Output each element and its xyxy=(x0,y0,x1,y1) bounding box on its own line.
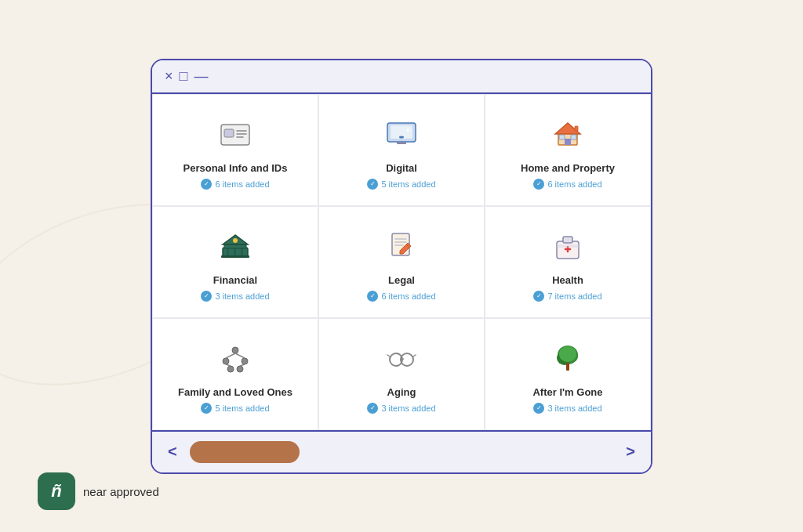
check-icon: ✓ xyxy=(201,291,212,302)
grid-cell-legal[interactable]: Legal ✓ 6 items added xyxy=(318,206,485,318)
close-icon[interactable]: × xyxy=(165,68,173,85)
health-status: ✓ 7 items added xyxy=(533,291,601,302)
network-icon xyxy=(215,338,256,378)
tree-icon xyxy=(547,338,588,378)
svg-rect-23 xyxy=(241,248,243,255)
grid-cell-after-gone[interactable]: After I'm Gone ✓ 3 items added xyxy=(485,318,651,430)
check-icon: ✓ xyxy=(201,403,212,414)
after-gone-status: ✓ 3 items added xyxy=(533,403,601,414)
check-icon: ✓ xyxy=(367,291,378,302)
svg-rect-21 xyxy=(227,248,229,255)
category-grid: Personal Info and IDs ✓ 6 items added Di… xyxy=(152,94,651,430)
progress-track xyxy=(190,441,300,463)
medical-kit-icon xyxy=(547,226,588,266)
svg-rect-8 xyxy=(397,142,406,144)
check-icon: ✓ xyxy=(533,291,544,302)
check-icon: ✓ xyxy=(201,179,212,190)
logo-icon: ñ xyxy=(38,472,75,510)
svg-line-43 xyxy=(387,355,390,356)
check-icon: ✓ xyxy=(367,179,378,190)
minimize-icon[interactable]: — xyxy=(194,68,208,85)
health-title: Health xyxy=(552,274,583,286)
svg-rect-29 xyxy=(563,237,572,243)
glasses-icon xyxy=(381,338,422,378)
id-card-icon xyxy=(215,114,256,154)
digital-title: Digital xyxy=(386,162,417,174)
svg-rect-13 xyxy=(559,135,565,139)
check-icon: ✓ xyxy=(533,403,544,414)
svg-line-36 xyxy=(226,353,235,358)
family-status: ✓ 5 items added xyxy=(201,403,269,414)
bottom-navigation: < > xyxy=(152,430,651,472)
after-gone-title: After I'm Gone xyxy=(532,386,602,398)
home-property-status: ✓ 6 items added xyxy=(533,179,601,190)
logo-area: ñ near approved xyxy=(38,472,159,510)
financial-title: Financial xyxy=(213,274,257,286)
grid-cell-aging[interactable]: Aging ✓ 3 items added xyxy=(318,318,485,430)
svg-rect-22 xyxy=(234,248,236,255)
svg-rect-30 xyxy=(557,244,579,248)
financial-status: ✓ 3 items added xyxy=(201,291,269,302)
grid-cell-home-property[interactable]: Home and Property ✓ 6 items added xyxy=(485,94,651,206)
home-property-title: Home and Property xyxy=(521,162,615,174)
bank-icon xyxy=(215,226,256,266)
svg-rect-48 xyxy=(566,363,569,371)
grid-cell-financial[interactable]: Financial ✓ 3 items added xyxy=(152,206,318,318)
aging-status: ✓ 3 items added xyxy=(367,403,435,414)
check-icon: ✓ xyxy=(533,179,544,190)
svg-point-32 xyxy=(223,358,229,364)
svg-rect-12 xyxy=(565,139,571,145)
titlebar: × □ — xyxy=(152,60,651,94)
prev-button[interactable]: < xyxy=(168,443,177,461)
svg-point-33 xyxy=(242,358,248,364)
svg-rect-15 xyxy=(575,126,578,131)
check-icon: ✓ xyxy=(367,403,378,414)
grid-cell-family[interactable]: Family and Loved Ones ✓ 5 items added xyxy=(152,318,318,430)
house-icon xyxy=(547,114,588,154)
svg-rect-14 xyxy=(571,135,576,139)
digital-status: ✓ 5 items added xyxy=(367,179,435,190)
main-window: × □ — Personal Info and IDs ✓ 6 items ad… xyxy=(151,59,652,474)
legal-status: ✓ 6 items added xyxy=(367,291,435,302)
legal-title: Legal xyxy=(388,274,415,286)
maximize-icon[interactable]: □ xyxy=(180,68,188,85)
svg-point-49 xyxy=(559,346,576,362)
progress-bar-container xyxy=(190,441,614,463)
svg-line-39 xyxy=(240,364,245,366)
monitor-icon xyxy=(381,114,422,154)
svg-rect-20 xyxy=(221,255,249,258)
svg-line-37 xyxy=(235,353,245,358)
svg-rect-1 xyxy=(224,129,234,137)
aging-title: Aging xyxy=(387,386,416,398)
svg-point-19 xyxy=(233,238,238,243)
personal-info-status: ✓ 6 items added xyxy=(201,179,269,190)
personal-info-title: Personal Info and IDs xyxy=(183,162,288,174)
app-title: near approved xyxy=(83,485,159,498)
svg-point-34 xyxy=(227,366,234,372)
grid-cell-health[interactable]: Health ✓ 7 items added xyxy=(485,206,651,318)
svg-point-31 xyxy=(232,347,238,353)
svg-line-38 xyxy=(226,364,231,366)
document-icon xyxy=(381,226,422,266)
svg-line-44 xyxy=(413,355,416,356)
grid-cell-digital[interactable]: Digital ✓ 5 items added xyxy=(318,94,485,206)
svg-point-7 xyxy=(399,136,404,138)
grid-cell-personal-info[interactable]: Personal Info and IDs ✓ 6 items added xyxy=(152,94,318,206)
family-title: Family and Loved Ones xyxy=(178,386,292,398)
next-button[interactable]: > xyxy=(626,443,635,461)
svg-point-35 xyxy=(237,366,243,372)
